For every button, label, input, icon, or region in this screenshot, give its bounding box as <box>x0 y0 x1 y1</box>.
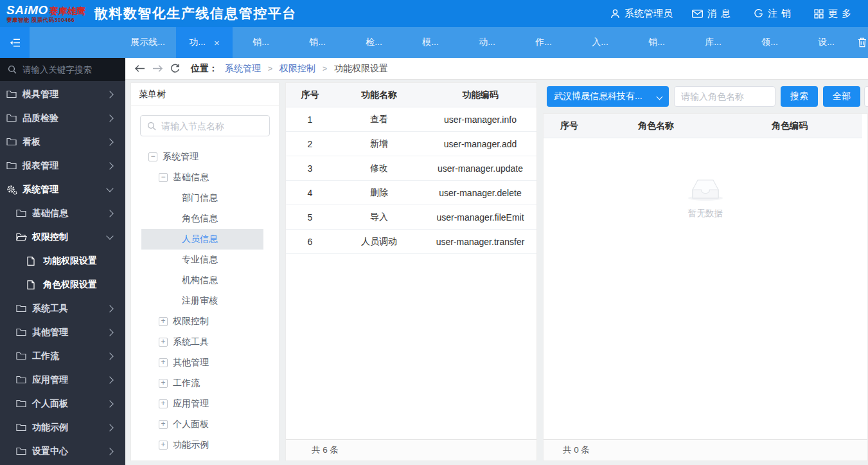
sidebar-item-label: 应用管理 <box>32 374 68 386</box>
cell-code: user-manager.delete <box>424 188 536 198</box>
role-table-card: 序号 角色名称 角色编码 <box>543 113 868 461</box>
expand-box-icon[interactable]: + <box>159 317 168 326</box>
tree-node-function-examples[interactable]: +功能示例 <box>131 435 279 455</box>
refresh-icon[interactable] <box>170 64 180 73</box>
breadcrumb-system-management[interactable]: 系统管理 <box>225 63 261 75</box>
forward-icon[interactable] <box>152 64 163 73</box>
search-button[interactable]: 搜索 <box>781 86 818 107</box>
expand-box-icon[interactable]: + <box>159 358 168 367</box>
back-icon[interactable] <box>134 64 145 73</box>
tree-node-basic-info[interactable]: −基础信息 <box>131 167 279 188</box>
sidebar-item-settings-center[interactable]: 设置中心 <box>0 439 125 463</box>
sidebar-search[interactable] <box>0 58 125 81</box>
close-icon[interactable] <box>214 38 220 48</box>
chevron-right-icon <box>106 210 113 217</box>
table-row[interactable]: 2新增user-manager.add <box>286 132 536 156</box>
messages-label: 消息 <box>707 8 734 20</box>
sidebar-item-personal-panel[interactable]: 个人面板 <box>0 392 125 415</box>
tab-2[interactable]: 销... <box>233 27 289 58</box>
tab-10[interactable]: 库... <box>685 27 741 58</box>
tab-5[interactable]: 模... <box>402 27 459 58</box>
tree-node-department-info[interactable]: 部门信息 <box>131 188 279 208</box>
breadcrumb-permission-control[interactable]: 权限控制 <box>279 63 315 75</box>
tree-node-system-tools[interactable]: +系统工具 <box>131 332 279 352</box>
sidebar-item-basic-info[interactable]: 基础信息 <box>0 201 125 225</box>
collapse-box-icon[interactable]: − <box>159 173 168 182</box>
sidebar-item-label: 个人面板 <box>32 398 68 410</box>
tab-label: 领... <box>761 37 778 48</box>
sidebar-item-system-management[interactable]: 系统管理 <box>0 178 125 201</box>
tab-7[interactable]: 作... <box>515 27 572 58</box>
trash-icon[interactable] <box>856 27 868 58</box>
sidebar-item-report-management[interactable]: 报表管理 <box>0 154 125 178</box>
sidebar-item-quality-inspection[interactable]: 品质检验 <box>0 106 125 130</box>
sidebar-item-role-permission-settings[interactable]: 角色权限设置 <box>0 273 125 296</box>
cell-name: 人员调动 <box>334 236 424 248</box>
sidebar-search-input[interactable] <box>22 65 106 75</box>
expand-box-icon[interactable]: + <box>159 338 168 347</box>
all-button[interactable]: 全部 <box>823 86 860 107</box>
tab-12[interactable]: 设... <box>798 27 855 58</box>
tree-node-role-info[interactable]: 角色信息 <box>131 208 279 229</box>
cell-no: 4 <box>286 188 334 198</box>
collapse-sidebar-button[interactable] <box>0 27 30 58</box>
table-row[interactable]: 1查看user-manager.info <box>286 107 536 132</box>
user-menu[interactable]: 系统管理员 <box>610 8 673 20</box>
expand-box-icon[interactable]: + <box>159 420 168 429</box>
table-row[interactable]: 4删除user-manager.delete <box>286 181 536 205</box>
sidebar-item-workflow[interactable]: 工作流 <box>0 344 125 368</box>
sidebar-item-label: 看板 <box>22 136 40 148</box>
more-button[interactable]: 更多 <box>814 8 855 20</box>
cell-code: user-manager.add <box>424 139 536 149</box>
tab-11[interactable]: 领... <box>741 27 798 58</box>
tab-display-line[interactable]: 展示线... <box>120 27 176 58</box>
tree-search-input[interactable] <box>161 121 251 131</box>
tree-node-app-management[interactable]: +应用管理 <box>131 394 279 414</box>
sidebar-item-function-permission-settings[interactable]: 功能权限设置 <box>0 249 125 273</box>
messages-button[interactable]: 消息 <box>692 8 734 20</box>
tab-list: 展示线... 功... 销... 销... 检... 模... 动... 作..… <box>120 27 855 58</box>
tab-4[interactable]: 检... <box>346 27 402 58</box>
folder-icon <box>6 161 17 170</box>
expand-box-icon[interactable]: + <box>159 441 168 450</box>
tree-node-major-info[interactable]: 专业信息 <box>131 250 279 270</box>
gear-icon <box>6 185 17 195</box>
tree-node-system-management[interactable]: −系统管理 <box>131 147 279 167</box>
cell-no: 3 <box>286 163 334 174</box>
tree-search[interactable] <box>140 115 270 136</box>
tree-node-registration-review[interactable]: 注册审核 <box>131 291 279 311</box>
chevron-right-icon <box>106 91 113 98</box>
sidebar-item-other-management[interactable]: 其他管理 <box>0 320 125 344</box>
clipped-button[interactable] <box>864 86 868 107</box>
sidebar-item-app-management[interactable]: 应用管理 <box>0 368 125 392</box>
cell-code: user-manager.update <box>424 163 536 174</box>
expand-box-icon[interactable]: + <box>159 399 168 408</box>
role-name-input[interactable] <box>674 86 775 107</box>
grid-icon <box>814 9 824 19</box>
tree-node-label: 个人面板 <box>173 419 209 430</box>
sidebar-item-system-tools[interactable]: 系统工具 <box>0 296 125 320</box>
tree-node-personnel-info[interactable]: 人员信息 <box>141 229 263 250</box>
tab-9[interactable]: 销... <box>628 27 685 58</box>
collapse-box-icon[interactable]: − <box>148 152 157 161</box>
sidebar-item-kanban[interactable]: 看板 <box>0 130 125 154</box>
sidebar-item-permission-control[interactable]: 权限控制 <box>0 225 125 249</box>
tree-node-org-info[interactable]: 机构信息 <box>131 270 279 291</box>
tree-node-personal-panel[interactable]: +个人面板 <box>131 414 279 435</box>
tab-function-permission[interactable]: 功... <box>176 27 233 58</box>
expand-box-icon[interactable]: + <box>159 379 168 388</box>
company-select[interactable]: 武汉博晟信息科技有... <box>547 86 669 107</box>
sidebar-item-function-examples[interactable]: 功能示例 <box>0 415 125 439</box>
table-row[interactable]: 5导入user-manager.fileEmit <box>286 205 536 230</box>
logout-button[interactable]: 注销 <box>754 8 795 20</box>
tree-node-workflow[interactable]: +工作流 <box>131 373 279 394</box>
sidebar-item-mold-management[interactable]: 模具管理 <box>0 82 125 106</box>
tree-node-other-management[interactable]: +其他管理 <box>131 352 279 373</box>
tree-node-permission-control[interactable]: +权限控制 <box>131 311 279 332</box>
table-row[interactable]: 6人员调动user-manager.transfer <box>286 230 536 254</box>
search-icon <box>8 65 17 74</box>
tab-8[interactable]: 入... <box>572 27 628 58</box>
table-row[interactable]: 3修改user-manager.update <box>286 156 536 181</box>
tab-6[interactable]: 动... <box>459 27 515 58</box>
tab-3[interactable]: 销... <box>289 27 346 58</box>
